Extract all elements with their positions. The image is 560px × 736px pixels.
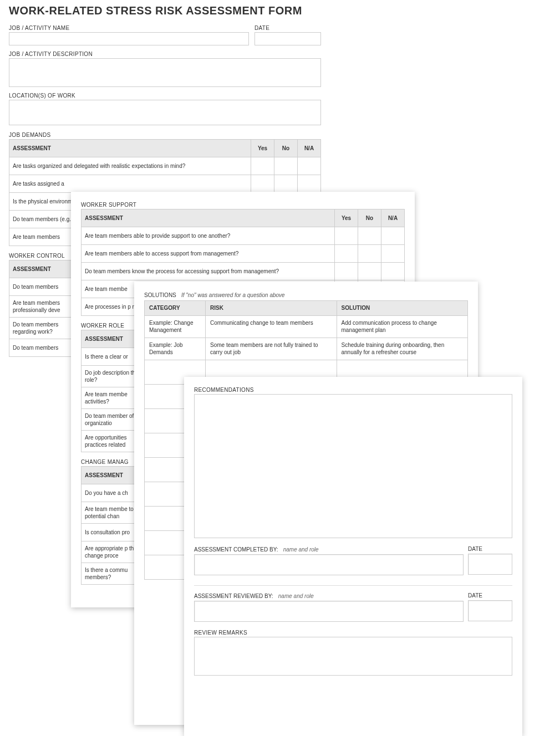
section-recommendations: RECOMMENDATIONS [194,387,512,393]
page-4: RECOMMENDATIONS ASSESSMENT COMPLETED BY:… [184,377,522,736]
sol-th-risk: RISK [206,301,337,316]
label-completed-by: ASSESSMENT COMPLETED BY: [194,546,278,553]
section-job-demands: JOB DEMANDS [9,132,321,138]
label-completed-date: DATE [468,546,512,552]
jd-q1-na[interactable] [298,157,321,175]
input-completed-by[interactable] [194,554,464,575]
solutions-note: If "no" was answered for a question abov… [181,292,285,298]
separator [194,585,512,586]
th-no: No [274,140,298,157]
sol-th-cat: CATEGORY [145,301,206,316]
sol-r2-sol: Schedule training during onboarding, the… [337,338,468,360]
label-date: DATE [254,25,321,31]
label-reviewed-by: ASSESSMENT REVIEWED BY: [194,593,273,599]
hint-name-role-2: name and role [278,593,314,599]
sol-th-sol: SOLUTION [337,301,468,316]
ws-q1: Are team members able to provide support… [82,227,335,245]
label-locations: LOCATION(S) OF WORK [9,93,321,99]
sol-row-1: Example: Change Management Communicating… [145,315,468,338]
ws-th: ASSESSMENT [82,209,335,227]
input-job-name[interactable] [9,32,249,45]
label-job-name: JOB / ACTIVITY NAME [9,25,249,31]
sol-row-2: Example: Job Demands Some team members a… [145,338,468,360]
th-na: N/A [298,140,321,157]
th-yes: Yes [251,140,274,157]
input-reviewed-date[interactable] [468,600,512,621]
sol-r1-cat: Example: Change Management [145,315,206,338]
input-recommendations[interactable] [194,394,512,538]
th-assessment: ASSESSMENT [9,140,251,157]
label-job-desc: JOB / ACTIVITY DESCRIPTION [9,51,321,57]
input-date[interactable] [254,32,321,45]
ws-q3: Do team members know the process for acc… [82,263,335,280]
input-reviewed-by[interactable] [194,601,464,622]
jd-q1-no[interactable] [274,157,298,175]
section-worker-support: WORKER SUPPORT [81,202,405,208]
hint-name-role-1: name and role [283,546,319,553]
jd-q2: Are tasks assigned a [9,175,251,193]
form-title: WORK-RELATED STRESS RISK ASSESSMENT FORM [9,4,321,17]
jd-q1: Are tasks organized and delegated with r… [9,157,251,175]
input-locations[interactable] [9,100,321,125]
input-review-remarks[interactable] [194,637,512,676]
ws-q2: Are team members able to access support … [82,245,335,263]
input-completed-date[interactable] [468,554,512,575]
input-job-desc[interactable] [9,58,321,87]
label-reviewed-date: DATE [468,592,512,599]
sol-r2-cat: Example: Job Demands [145,338,206,360]
sol-r1-risk: Communicating change to team members [206,315,337,338]
section-review-remarks: REVIEW REMARKS [194,630,512,636]
sol-r1-sol: Add communication process to change mana… [337,315,468,338]
sol-r2-risk: Some team members are not fully trained … [206,338,337,360]
section-solutions: SOLUTIONS [144,292,176,298]
jd-q1-yes[interactable] [251,157,274,175]
